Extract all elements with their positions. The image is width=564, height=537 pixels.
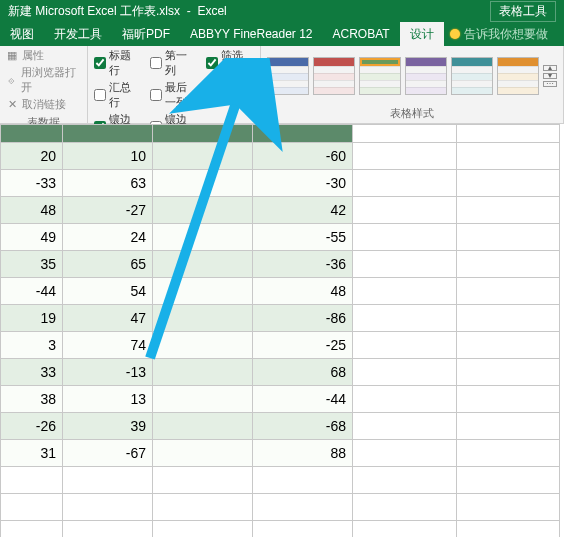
empty-cell[interactable] <box>353 224 457 251</box>
style-swatch-selected[interactable] <box>359 57 401 95</box>
worksheet[interactable]: 2010-60-3363-3048-27424924-553565-36-445… <box>0 124 564 537</box>
table-row[interactable]: 374-25 <box>1 332 560 359</box>
cell[interactable]: 24 <box>63 224 153 251</box>
cell[interactable]: 48 <box>1 197 63 224</box>
table-row[interactable]: 1947-86 <box>1 305 560 332</box>
empty-cell[interactable] <box>456 440 560 467</box>
tab-abbyy[interactable]: ABBYY FineReader 12 <box>180 22 323 46</box>
tab-foxitpdf[interactable]: 福昕PDF <box>112 22 180 46</box>
cell[interactable]: -86 <box>253 305 353 332</box>
empty-cell[interactable] <box>353 359 457 386</box>
table-row[interactable]: 48-2742 <box>1 197 560 224</box>
empty-cell[interactable] <box>456 413 560 440</box>
tell-me[interactable]: 告诉我你想要做 <box>444 22 554 46</box>
cell[interactable]: 33 <box>1 359 63 386</box>
cell[interactable] <box>153 143 253 170</box>
table-row[interactable]: 4924-55 <box>1 224 560 251</box>
style-swatch[interactable] <box>267 57 309 95</box>
cell[interactable]: 20 <box>1 143 63 170</box>
cell[interactable] <box>153 359 253 386</box>
style-swatch[interactable] <box>405 57 447 95</box>
cell[interactable]: -44 <box>1 278 63 305</box>
empty-cell[interactable] <box>456 170 560 197</box>
cell[interactable] <box>153 332 253 359</box>
cell[interactable]: 68 <box>253 359 353 386</box>
cell[interactable] <box>153 305 253 332</box>
cell[interactable] <box>153 386 253 413</box>
empty-cell[interactable] <box>456 305 560 332</box>
empty-cell[interactable] <box>353 332 457 359</box>
table-row[interactable]: 3813-44 <box>1 386 560 413</box>
empty-cell[interactable] <box>353 440 457 467</box>
empty-row[interactable] <box>1 521 560 538</box>
cell[interactable]: 54 <box>63 278 153 305</box>
table-row[interactable]: -445448 <box>1 278 560 305</box>
tab-view[interactable]: 视图 <box>0 22 44 46</box>
empty-cell[interactable] <box>353 278 457 305</box>
tab-acrobat[interactable]: ACROBAT <box>323 22 400 46</box>
empty-cell[interactable] <box>353 170 457 197</box>
empty-cell[interactable] <box>353 305 457 332</box>
empty-cell[interactable] <box>456 386 560 413</box>
cell[interactable]: -13 <box>63 359 153 386</box>
cell[interactable]: -27 <box>63 197 153 224</box>
tab-developer[interactable]: 开发工具 <box>44 22 112 46</box>
cell[interactable]: 88 <box>253 440 353 467</box>
empty-cell[interactable] <box>456 251 560 278</box>
cell[interactable] <box>153 224 253 251</box>
cell[interactable]: -30 <box>253 170 353 197</box>
cell[interactable]: 19 <box>1 305 63 332</box>
cell[interactable] <box>153 170 253 197</box>
cell[interactable]: -44 <box>253 386 353 413</box>
table-row[interactable]: -2639-68 <box>1 413 560 440</box>
cell[interactable]: 74 <box>63 332 153 359</box>
cell[interactable]: 65 <box>63 251 153 278</box>
empty-cell[interactable] <box>456 143 560 170</box>
cell[interactable]: -25 <box>253 332 353 359</box>
table-row[interactable]: 2010-60 <box>1 143 560 170</box>
cell[interactable] <box>153 197 253 224</box>
data-table[interactable]: 2010-60-3363-3048-27424924-553565-36-445… <box>0 124 560 537</box>
cell[interactable]: 31 <box>1 440 63 467</box>
chk-first-col[interactable]: 第一列 <box>150 48 198 78</box>
empty-cell[interactable] <box>456 278 560 305</box>
empty-row[interactable] <box>1 494 560 521</box>
cell[interactable]: -26 <box>1 413 63 440</box>
chk-header-row[interactable]: 标题行 <box>94 48 142 78</box>
empty-cell[interactable] <box>353 413 457 440</box>
cell[interactable]: 35 <box>1 251 63 278</box>
cell[interactable]: 47 <box>63 305 153 332</box>
style-swatch[interactable] <box>451 57 493 95</box>
style-swatch[interactable] <box>497 57 539 95</box>
table-row[interactable]: 31-6788 <box>1 440 560 467</box>
cell[interactable]: -33 <box>1 170 63 197</box>
styles-more[interactable]: ▴▾⋯ <box>543 65 557 87</box>
cell[interactable] <box>153 251 253 278</box>
cell[interactable]: 39 <box>63 413 153 440</box>
empty-cell[interactable] <box>353 197 457 224</box>
cell[interactable]: -68 <box>253 413 353 440</box>
table-row[interactable]: -3363-30 <box>1 170 560 197</box>
empty-cell[interactable] <box>353 251 457 278</box>
cell[interactable]: -60 <box>253 143 353 170</box>
empty-cell[interactable] <box>456 359 560 386</box>
properties-button[interactable]: ▦属性 <box>6 48 81 63</box>
cell[interactable] <box>153 440 253 467</box>
cell[interactable]: 49 <box>1 224 63 251</box>
cell[interactable]: 48 <box>253 278 353 305</box>
cell[interactable]: 63 <box>63 170 153 197</box>
chk-last-col[interactable]: 最后一列 <box>150 80 198 110</box>
cell[interactable]: -36 <box>253 251 353 278</box>
cell[interactable]: 42 <box>253 197 353 224</box>
table-row[interactable]: 33-1368 <box>1 359 560 386</box>
empty-cell[interactable] <box>456 224 560 251</box>
table-row[interactable]: 3565-36 <box>1 251 560 278</box>
tab-design[interactable]: 设计 <box>400 22 444 46</box>
empty-cell[interactable] <box>456 332 560 359</box>
cell[interactable]: 3 <box>1 332 63 359</box>
cell[interactable]: -55 <box>253 224 353 251</box>
chk-total-row[interactable]: 汇总行 <box>94 80 142 110</box>
empty-cell[interactable] <box>353 386 457 413</box>
cell[interactable]: 38 <box>1 386 63 413</box>
cell[interactable]: 10 <box>63 143 153 170</box>
